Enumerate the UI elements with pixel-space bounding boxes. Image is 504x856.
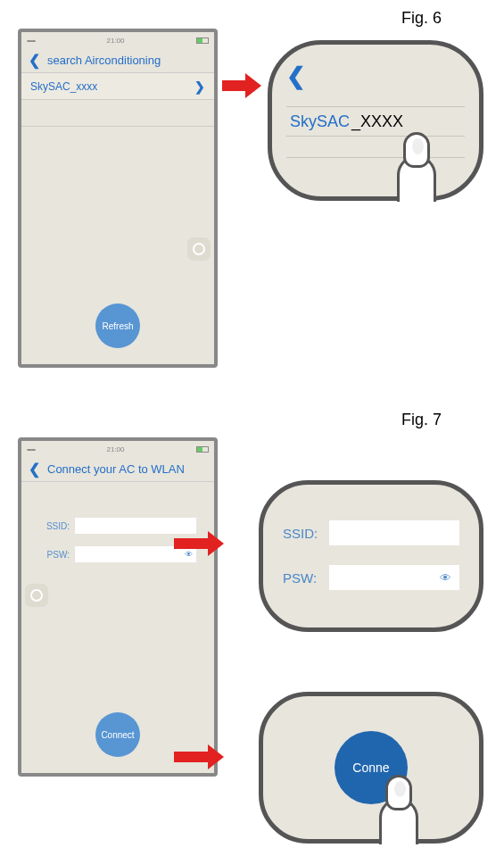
page: Fig. 6 21:00 ❮ search Airconditioning Sk…	[0, 0, 504, 856]
device-suffix: _XXXX	[351, 112, 403, 131]
zoom-wlan-form: SSID: PSW: 👁	[259, 480, 483, 632]
figure-6-label: Fig. 6	[401, 9, 442, 28]
device-row-closeup[interactable]: SkySAC _XXXX	[286, 106, 465, 137]
chevron-right-icon: ❯	[194, 79, 205, 94]
status-bar: 21:00	[21, 441, 214, 457]
nav-title: Connect your AC to WLAN	[47, 462, 185, 476]
back-icon[interactable]: ❮	[286, 62, 465, 90]
device-list-item[interactable]: SkySAC_xxxx ❯	[21, 73, 214, 100]
arrow-icon	[174, 531, 224, 556]
eye-icon[interactable]: 👁	[440, 571, 451, 585]
ssid-row: SSID:	[283, 520, 459, 545]
phone-screen-connect: 21:00 ❮ Connect your AC to WLAN SSID: PS…	[18, 437, 218, 777]
home-indicator-icon[interactable]	[25, 584, 48, 607]
signal-icon	[27, 445, 35, 453]
psw-input[interactable]: 👁	[329, 565, 459, 590]
status-time: 21:00	[106, 37, 124, 45]
psw-row: PSW: 👁	[39, 546, 196, 562]
nav-bar: ❮ search Airconditioning	[21, 48, 214, 73]
nav-bar: ❮ Connect your AC to WLAN	[21, 457, 214, 482]
psw-label: PSW:	[283, 570, 329, 586]
finger-icon	[397, 132, 438, 196]
signal-icon	[27, 37, 35, 45]
home-indicator-icon[interactable]	[187, 237, 211, 261]
psw-label: PSW:	[39, 550, 70, 560]
arrow-icon	[222, 73, 261, 98]
zoom-connect-button: Conne	[259, 692, 483, 844]
ssid-input[interactable]	[329, 520, 459, 545]
connect-button[interactable]: Connect	[95, 712, 140, 757]
zoom-device-row: ❮ SkySAC _XXXX	[268, 40, 483, 201]
battery-icon	[196, 446, 209, 453]
nav-title: search Airconditioning	[47, 54, 161, 67]
psw-row: PSW: 👁	[283, 565, 459, 590]
device-name: SkySAC_xxxx	[30, 80, 97, 93]
refresh-button[interactable]: Refresh	[95, 303, 140, 348]
figure-7-label: Fig. 7	[401, 411, 442, 429]
ssid-label: SSID:	[39, 521, 70, 531]
phone-screen-search: 21:00 ❮ search Airconditioning SkySAC_xx…	[18, 29, 218, 368]
status-time: 21:00	[106, 445, 124, 453]
list-row-empty	[21, 100, 214, 127]
extra-rows	[286, 137, 465, 158]
back-icon[interactable]: ❮	[29, 54, 40, 68]
status-bar: 21:00	[21, 32, 214, 48]
ssid-label: SSID:	[283, 526, 329, 541]
finger-icon	[379, 775, 420, 839]
ssid-row: SSID:	[39, 518, 196, 534]
connect-label: Conne	[352, 760, 389, 775]
back-icon[interactable]: ❮	[29, 462, 40, 477]
device-brand: SkySAC	[290, 112, 350, 131]
arrow-icon	[174, 744, 224, 769]
battery-icon	[196, 37, 209, 44]
